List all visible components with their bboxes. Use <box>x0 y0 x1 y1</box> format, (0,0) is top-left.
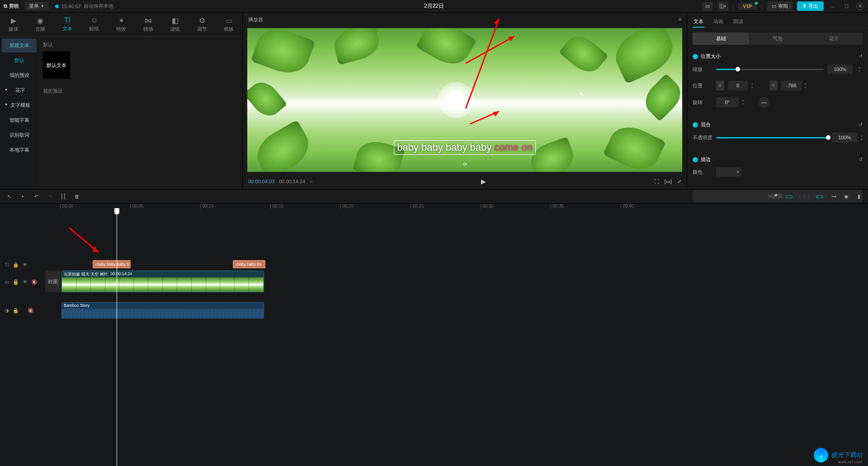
new-text-button[interactable]: 新建文本 <box>2 38 37 52</box>
blend-title: 混合 <box>701 121 711 128</box>
reset-icon[interactable]: ↺ <box>859 122 863 128</box>
text-clip-2[interactable]: ♪ baby baby ba <box>233 260 265 268</box>
undo-button[interactable]: ↶ <box>32 194 41 200</box>
menu-button[interactable]: 菜单 ▼ <box>24 2 49 10</box>
minimize-button[interactable]: — <box>828 4 837 9</box>
magnet-left-icon[interactable]: ⊏⊐ <box>783 192 795 201</box>
asset-tab-文本[interactable]: TI文本 <box>54 14 81 34</box>
video-clip[interactable]: 实景拍摄 晴天 天空 树叶 00:00:14:24 <box>61 271 264 292</box>
check-icon[interactable]: ✓ <box>693 122 698 128</box>
section-default: 默认 <box>43 41 238 48</box>
tab-animation[interactable]: 动画 <box>712 16 724 28</box>
asset-tab-调节[interactable]: ⚙调节 <box>189 14 216 34</box>
magnet-right-icon[interactable]: ⊏⊐ <box>814 192 826 201</box>
player-viewport[interactable]: baby baby baby baby come on ⟳ <box>247 28 682 172</box>
check-icon[interactable]: ✓ <box>693 157 698 162</box>
reset-icon[interactable]: ↺ <box>859 53 863 59</box>
eye-icon[interactable]: 👁 <box>23 262 28 267</box>
redo-button[interactable]: ↷ <box>45 194 54 200</box>
sidebar-item-smart[interactable]: 智能字幕 <box>2 113 37 127</box>
ruler-tick: | 00:15 <box>270 204 283 209</box>
color-dropdown[interactable]: ▼ <box>716 167 741 176</box>
fullscreen-icon[interactable]: ⤢ <box>677 179 681 185</box>
audio-clip[interactable]: Bamboo Story <box>61 302 264 319</box>
asset-tab-转场[interactable]: ⋈转场 <box>135 14 162 34</box>
preview-toggle-icon[interactable]: ◉ <box>842 194 851 200</box>
asset-tab-特效[interactable]: ✦特效 <box>108 14 135 34</box>
scale-slider[interactable] <box>716 69 824 70</box>
rotate-stepper[interactable]: ▴▾ <box>742 99 744 106</box>
ratio-icon[interactable]: [▭] <box>665 179 672 185</box>
rotate-dial[interactable]: — <box>759 97 769 108</box>
subtab-basic[interactable]: 基础 <box>693 33 749 45</box>
cover-button[interactable]: 封面 <box>45 271 61 292</box>
sidebar-item-fancy[interactable]: ▸花字 <box>2 83 37 97</box>
subtitle-highlight: come on <box>494 142 532 153</box>
tab-icon: ✦ <box>118 16 124 25</box>
pointer-dropdown[interactable]: ▼ <box>18 195 27 198</box>
asset-tab-模板[interactable]: ▭模板 <box>216 14 243 34</box>
rotate-handle-icon[interactable]: ⟳ <box>463 162 467 167</box>
rotate-input[interactable]: 0° <box>716 97 739 107</box>
text-track-icon: TI <box>5 262 9 267</box>
vip-badge[interactable]: VIP <box>738 3 757 10</box>
layout-icon-2[interactable]: ◫▼ <box>717 2 728 11</box>
opacity-slider[interactable] <box>716 137 828 138</box>
time-ruler[interactable]: | 00:00| 00:05| 00:10| 00:15| 00:20| 00:… <box>45 204 868 214</box>
mute-icon[interactable]: 🔇 <box>28 308 34 314</box>
opacity-input[interactable]: 100% <box>832 133 857 143</box>
text-clip-1[interactable]: ♪ baby baby baby b <box>93 260 131 268</box>
tab-read[interactable]: 朗读 <box>732 16 744 28</box>
asset-tab-贴纸[interactable]: ☺贴纸 <box>81 14 108 34</box>
y-input[interactable]: -788 <box>781 81 801 90</box>
asset-tab-滤镜[interactable]: ◧滤镜 <box>161 14 189 34</box>
x-input[interactable]: 0 <box>728 81 748 90</box>
subtitle-overlay[interactable]: baby baby baby baby come on <box>394 140 536 155</box>
opacity-stepper[interactable]: ▴▾ <box>861 134 863 141</box>
sidebar-item-default[interactable]: 默认 <box>2 53 37 67</box>
sidebar-item-local[interactable]: 本地字幕 <box>2 143 37 157</box>
lock-icon[interactable]: 🔒 <box>13 262 19 268</box>
reset-icon[interactable]: ↺ <box>859 157 863 162</box>
export-button[interactable]: ⬆ 导出 <box>797 1 824 11</box>
list-icon[interactable]: ≡ <box>310 179 312 184</box>
link-icon[interactable]: ⊶ <box>829 194 838 200</box>
text-clip-label: baby baby baby b <box>97 262 129 266</box>
watermark-name: 极光下载站 <box>831 451 863 459</box>
scale-stepper[interactable]: ▴▾ <box>856 64 863 74</box>
delete-tool[interactable]: 🗑 <box>72 194 81 199</box>
x-stepper[interactable]: ▴▾ <box>751 82 753 89</box>
split-tool[interactable]: ⎮⎮ <box>59 194 68 200</box>
lock-icon[interactable]: 🔒 <box>13 279 19 285</box>
sidebar-item-mypreset[interactable]: 我的预设 <box>2 68 37 82</box>
asset-tab-媒体[interactable]: ▶媒体 <box>0 14 27 34</box>
tab-text[interactable]: 文本 <box>693 16 704 28</box>
eye-icon[interactable]: 👁 <box>23 279 28 285</box>
lock-icon[interactable]: 🔒 <box>13 308 19 314</box>
scale-icon[interactable]: ⛶ <box>654 179 659 185</box>
maximize-button[interactable]: ◻ <box>842 3 851 9</box>
review-button[interactable]: ▭ 审阅 <box>767 1 793 11</box>
autosave-dot-icon <box>55 5 59 8</box>
layout-icon-1[interactable]: ▭ <box>702 2 713 11</box>
subtab-bubble[interactable]: 气泡 <box>749 33 806 45</box>
asset-tab-音频[interactable]: ◉音频 <box>27 14 54 34</box>
subtab-fancy[interactable]: 花字 <box>806 33 863 45</box>
pointer-tool[interactable]: ↖ <box>5 194 14 200</box>
mute-icon[interactable]: 🔇 <box>31 279 38 285</box>
default-text-preset[interactable]: 默认文本 <box>43 52 70 79</box>
waveform <box>62 309 264 319</box>
y-stepper[interactable]: ▴▾ <box>805 82 807 89</box>
zoom-fit-button[interactable]: ○ <box>856 3 863 10</box>
player-menu-icon[interactable]: ≡ <box>679 17 681 22</box>
sidebar-item-template[interactable]: ▸文字模板 <box>2 98 37 112</box>
mic-icon[interactable]: 🎤 <box>770 194 779 200</box>
check-icon[interactable]: ✓ <box>693 54 698 59</box>
sidebar-item-lyrics[interactable]: 识别歌词 <box>2 128 37 142</box>
play-button[interactable]: ▶ <box>481 178 486 185</box>
mouse-cursor: ↖ <box>580 91 584 97</box>
align-icon[interactable]: ⋮⋮⋮ <box>798 192 810 201</box>
marker-icon[interactable]: ▮ <box>854 194 863 200</box>
scale-input[interactable]: 100% <box>827 64 853 74</box>
playhead[interactable] <box>117 212 117 466</box>
